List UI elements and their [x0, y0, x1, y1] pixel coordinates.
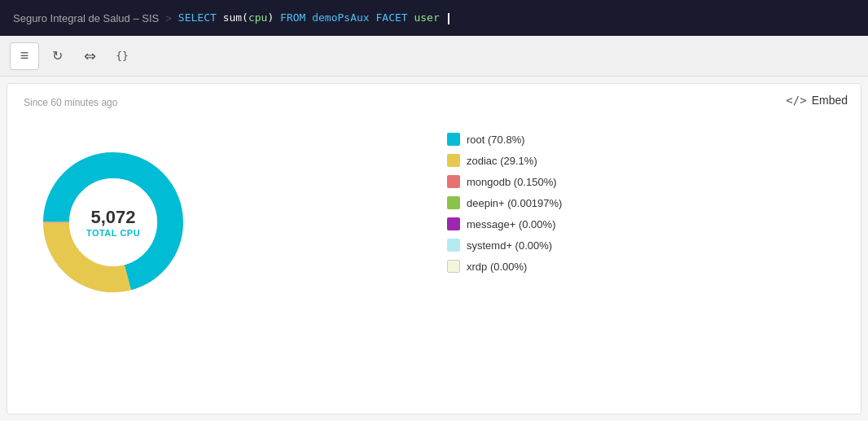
query-table: demoPsAux [312, 11, 369, 24]
legend-label: xrdp (0.00%) [467, 261, 527, 273]
refresh-button[interactable]: ↻ [42, 42, 72, 70]
legend-item: root (70.8%) [447, 133, 562, 146]
legend-color-swatch [447, 217, 460, 230]
format-icon: ⇔ [84, 47, 96, 65]
json-button[interactable]: {} [107, 42, 137, 70]
topbar: Seguro Integral de Salud – SIS > SELECT … [0, 0, 868, 36]
legend-item: zodiac (29.1%) [447, 154, 562, 167]
legend-label: mongodb (0.150%) [467, 176, 557, 188]
query-facet: FACET [376, 11, 408, 24]
list-icon: ≡ [20, 47, 29, 64]
legend-item: mongodb (0.150%) [447, 175, 562, 188]
donut-label: TOTAL CPU [86, 228, 140, 238]
query-text: SELECT sum(cpu) FROM demoPsAux FACET use… [178, 11, 449, 24]
main-content: </> Embed Since 60 minutes ago 5,072 [7, 83, 861, 414]
query-paren-close: ) [267, 11, 274, 24]
legend-item: systemd+ (0.00%) [447, 239, 562, 252]
query-from: FROM [280, 11, 305, 24]
toolbar: ≡ ↻ ⇔ {} [0, 36, 868, 77]
refresh-icon: ↻ [52, 48, 63, 64]
legend-item: message+ (0.00%) [447, 217, 562, 230]
format-button[interactable]: ⇔ [75, 42, 104, 70]
embed-label: Embed [812, 94, 848, 107]
breadcrumb-separator: > [165, 12, 172, 24]
legend-label: message+ (0.00%) [467, 218, 555, 230]
query-cursor [448, 13, 449, 24]
chart-area: 5,072 TOTAL CPU [24, 125, 203, 320]
donut-value: 5,072 [86, 207, 140, 228]
legend: root (70.8%)zodiac (29.1%)mongodb (0.150… [447, 133, 562, 281]
query-user: user [414, 11, 439, 24]
legend-label: zodiac (29.1%) [467, 155, 537, 167]
embed-code-icon: </> [786, 94, 806, 107]
legend-label: systemd+ (0.00%) [467, 239, 552, 252]
since-text: Since 60 minutes ago [24, 97, 117, 108]
legend-color-swatch [447, 175, 460, 188]
legend-color-swatch [447, 239, 460, 252]
legend-label: root (70.8%) [467, 134, 525, 146]
query-field: cpu [248, 11, 267, 24]
embed-button[interactable]: </> Embed [786, 94, 848, 107]
legend-item: deepin+ (0.00197%) [447, 196, 562, 209]
query-paren-open: ( [242, 11, 248, 24]
legend-label: deepin+ (0.00197%) [467, 197, 562, 209]
list-view-button[interactable]: ≡ [10, 42, 39, 70]
brand-text: Seguro Integral de Salud – SIS [13, 12, 159, 24]
json-icon: {} [116, 50, 129, 62]
legend-item: xrdp (0.00%) [447, 260, 562, 273]
legend-color-swatch [447, 133, 460, 146]
donut-chart: 5,072 TOTAL CPU [32, 141, 195, 304]
donut-center: 5,072 TOTAL CPU [86, 207, 140, 238]
query-func: sum [223, 11, 242, 24]
legend-color-swatch [447, 196, 460, 209]
legend-color-swatch [447, 260, 460, 273]
query-select: SELECT [178, 11, 217, 24]
legend-color-swatch [447, 154, 460, 167]
